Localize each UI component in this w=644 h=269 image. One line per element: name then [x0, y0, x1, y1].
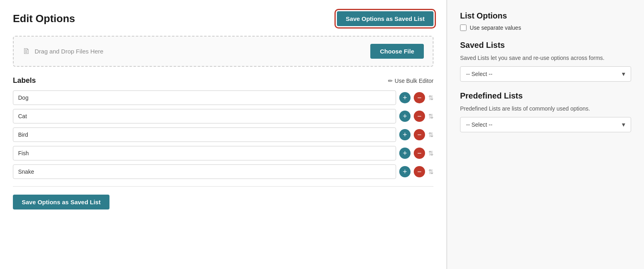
save-options-bottom-button[interactable]: Save Options as Saved List: [13, 195, 109, 209]
use-separate-values-checkbox[interactable]: [460, 25, 466, 31]
option-row: + − ⇅: [13, 109, 433, 123]
predefined-lists-desc: Predefined Lists are lists of commonly u…: [460, 105, 631, 113]
choose-file-button[interactable]: Choose File: [370, 44, 424, 59]
remove-option-4-button[interactable]: −: [414, 148, 425, 159]
file-icon: 🗎: [23, 47, 31, 56]
labels-header: Labels ✏ Use Bulk Editor: [13, 76, 433, 85]
drag-handle-5[interactable]: ⇅: [428, 168, 433, 176]
option-input-4[interactable]: [13, 146, 396, 160]
drag-drop-label: 🗎 Drag and Drop Files Here: [23, 47, 103, 56]
drag-handle-1[interactable]: ⇅: [428, 94, 433, 102]
add-option-2-button[interactable]: +: [399, 111, 411, 122]
saved-lists-title: Saved Lists: [460, 41, 631, 50]
save-options-top-button[interactable]: Save Options as Saved List: [337, 11, 433, 26]
list-options-title: List Options: [460, 11, 631, 21]
option-input-5[interactable]: [13, 164, 396, 179]
add-option-1-button[interactable]: +: [399, 92, 411, 103]
drag-handle-2[interactable]: ⇅: [428, 113, 433, 120]
predefined-lists-section: Predefined Lists Predefined Lists are li…: [460, 91, 631, 132]
remove-option-3-button[interactable]: −: [414, 129, 425, 140]
predefined-lists-select-wrapper: -- Select -- ▼: [460, 117, 631, 132]
drag-drop-text: Drag and Drop Files Here: [35, 48, 103, 55]
option-row: + − ⇅: [13, 146, 433, 160]
remove-option-2-button[interactable]: −: [414, 111, 425, 122]
use-separate-values-label: Use separate values: [470, 25, 521, 31]
add-option-5-button[interactable]: +: [399, 166, 411, 177]
option-row: + − ⇅: [13, 127, 433, 142]
main-panel: Edit Options Save Options as Saved List …: [0, 0, 447, 269]
drag-handle-4[interactable]: ⇅: [428, 150, 433, 157]
saved-lists-select-wrapper: -- Select -- ▼: [460, 66, 631, 82]
saved-lists-select[interactable]: -- Select --: [460, 66, 631, 82]
drag-handle-3[interactable]: ⇅: [428, 131, 433, 139]
options-list: + − ⇅ + − ⇅ + − ⇅ + − ⇅ + − ⇅: [13, 90, 433, 179]
predefined-lists-title: Predefined Lists: [460, 91, 631, 101]
header-row: Edit Options Save Options as Saved List: [13, 11, 433, 26]
labels-title: Labels: [13, 76, 36, 85]
sidebar-panel: List Options Use separate values Saved L…: [447, 0, 644, 269]
saved-lists-desc: Saved Lists let you save and re-use opti…: [460, 54, 631, 62]
use-separate-values-row: Use separate values: [460, 25, 631, 31]
option-row: + − ⇅: [13, 90, 433, 105]
remove-option-5-button[interactable]: −: [414, 166, 425, 177]
predefined-lists-select[interactable]: -- Select --: [460, 117, 631, 132]
drag-drop-area[interactable]: 🗎 Drag and Drop Files Here Choose File: [13, 36, 433, 67]
add-option-3-button[interactable]: +: [399, 129, 411, 140]
remove-option-1-button[interactable]: −: [414, 92, 425, 103]
option-input-2[interactable]: [13, 109, 396, 123]
option-input-1[interactable]: [13, 90, 396, 105]
page-title: Edit Options: [13, 12, 75, 25]
bulk-editor-link[interactable]: ✏ Use Bulk Editor: [388, 78, 433, 84]
saved-lists-section: Saved Lists Saved Lists let you save and…: [460, 41, 631, 82]
pencil-icon: ✏: [388, 78, 393, 84]
bulk-editor-label: Use Bulk Editor: [395, 78, 433, 84]
option-input-3[interactable]: [13, 127, 396, 142]
add-option-4-button[interactable]: +: [399, 148, 411, 159]
option-row: + − ⇅: [13, 164, 433, 179]
divider: [13, 186, 433, 187]
